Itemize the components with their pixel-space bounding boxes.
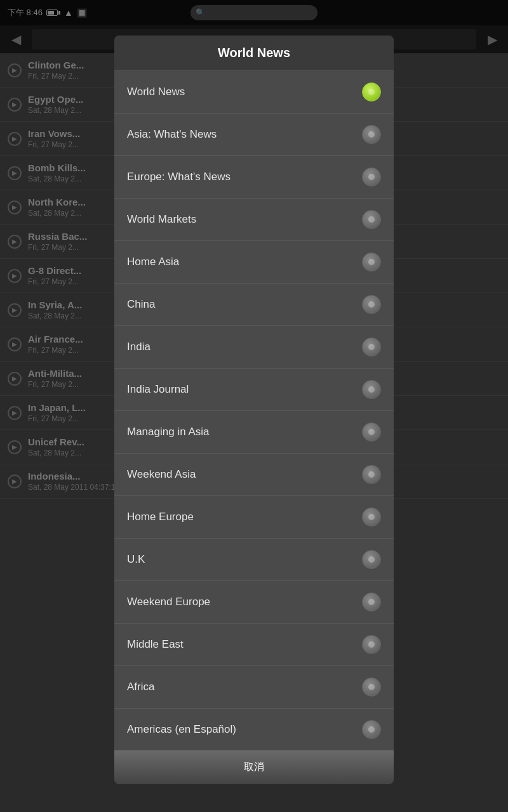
modal-list-item[interactable]: Asia: What's News — [114, 114, 394, 156]
modal-list-item[interactable]: U.K — [114, 539, 394, 581]
radio-inner — [368, 471, 375, 478]
radio-button[interactable] — [362, 82, 381, 102]
modal-list-item[interactable]: Managing in Asia — [114, 411, 394, 454]
radio-button[interactable] — [362, 167, 381, 187]
radio-inner — [368, 259, 375, 265]
radio-inner — [368, 726, 375, 733]
radio-inner — [368, 429, 375, 435]
modal-item-label: China — [127, 298, 155, 311]
modal-list-item[interactable]: Middle East — [114, 624, 394, 666]
modal-item-label: Home Asia — [127, 256, 179, 268]
modal-list-item[interactable]: Weekend Asia — [114, 454, 394, 496]
radio-inner — [368, 344, 375, 350]
radio-inner — [368, 89, 375, 95]
radio-inner — [368, 556, 375, 563]
modal-item-label: Asia: What's News — [127, 128, 217, 141]
radio-button[interactable] — [362, 720, 381, 739]
modal-list-item[interactable]: World News — [114, 71, 394, 114]
radio-button[interactable] — [362, 295, 381, 314]
radio-button[interactable] — [362, 210, 381, 229]
radio-inner — [368, 216, 375, 223]
modal-item-label: Managing in Asia — [127, 426, 209, 438]
radio-button[interactable] — [362, 465, 381, 484]
modal-list-item[interactable]: India — [114, 326, 394, 369]
modal-title: World News — [218, 46, 290, 60]
radio-inner — [368, 641, 375, 648]
radio-inner — [368, 599, 375, 605]
radio-button[interactable] — [362, 593, 381, 612]
radio-inner — [368, 131, 375, 138]
modal-item-label: Europe: What's News — [127, 171, 231, 183]
radio-inner — [368, 684, 375, 690]
radio-button[interactable] — [362, 125, 381, 144]
modal-item-label: India Journal — [127, 383, 189, 396]
modal-item-label: World News — [127, 86, 185, 98]
modal-item-label: Americas (en Español) — [127, 723, 236, 736]
radio-button[interactable] — [362, 337, 381, 357]
modal-header: World News — [114, 36, 394, 71]
modal-item-label: India — [127, 341, 150, 353]
modal-item-label: Weekend Europe — [127, 596, 210, 608]
modal-item-label: Weekend Asia — [127, 468, 196, 481]
modal-list-item[interactable]: Home Europe — [114, 496, 394, 539]
modal-list-item[interactable]: Europe: What's News — [114, 156, 394, 199]
radio-inner — [368, 514, 375, 520]
modal-list-item[interactable]: Weekend Europe — [114, 581, 394, 624]
modal-item-label: Middle East — [127, 638, 184, 651]
modal-item-label: Africa — [127, 681, 154, 693]
radio-button[interactable] — [362, 422, 381, 442]
radio-button[interactable] — [362, 678, 381, 697]
modal-list-item[interactable]: Home Asia — [114, 241, 394, 284]
modal-list-item[interactable]: China — [114, 284, 394, 326]
radio-button[interactable] — [362, 252, 381, 272]
modal-list[interactable]: World News Asia: What's News Europe: Wha… — [114, 71, 394, 750]
radio-button[interactable] — [362, 635, 381, 654]
modal-list-item[interactable]: World Markets — [114, 199, 394, 241]
radio-button[interactable] — [362, 508, 381, 527]
modal-item-label: U.K — [127, 553, 145, 566]
radio-inner — [368, 301, 375, 308]
cancel-button[interactable]: 取消 — [114, 750, 394, 784]
modal-item-label: Home Europe — [127, 511, 194, 523]
world-news-modal: World News World News Asia: What's News … — [114, 36, 394, 784]
modal-list-item[interactable]: Americas (en Español) — [114, 709, 394, 750]
modal-overlay: World News World News Asia: What's News … — [0, 0, 508, 812]
modal-list-item[interactable]: India Journal — [114, 369, 394, 411]
modal-item-label: World Markets — [127, 213, 196, 226]
radio-button[interactable] — [362, 380, 381, 399]
radio-button[interactable] — [362, 550, 381, 569]
radio-inner — [368, 386, 375, 393]
radio-inner — [368, 174, 375, 180]
modal-list-item[interactable]: Africa — [114, 666, 394, 709]
